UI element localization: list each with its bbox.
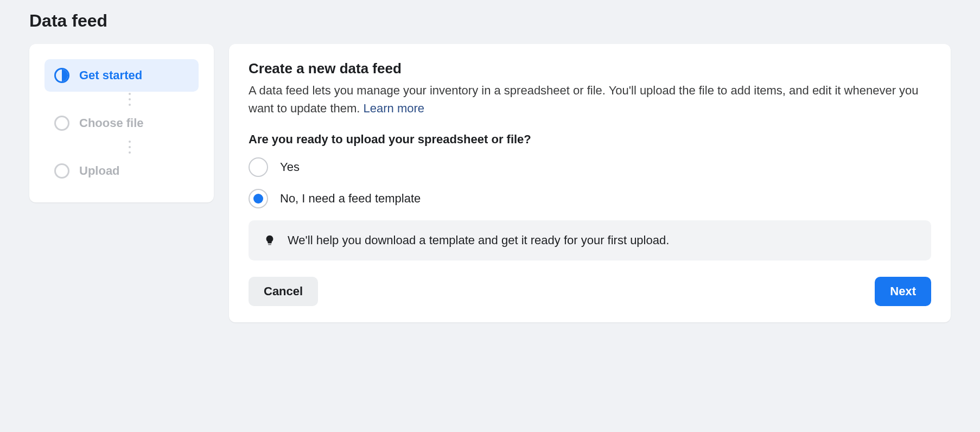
- step-label: Upload: [79, 164, 120, 178]
- circle-icon: [54, 163, 69, 179]
- sidebar: Get started Choose file Upload: [29, 44, 214, 202]
- learn-more-link[interactable]: Learn more: [364, 101, 425, 115]
- main-card: Create a new data feed A data feed lets …: [229, 44, 951, 322]
- layout: Get started Choose file Upload Create a …: [29, 44, 951, 322]
- cancel-button[interactable]: Cancel: [249, 277, 318, 306]
- info-text: We'll help you download a template and g…: [288, 233, 669, 247]
- next-button[interactable]: Next: [875, 277, 931, 306]
- half-circle-icon: [54, 68, 69, 83]
- step-get-started[interactable]: Get started: [44, 59, 199, 92]
- step-list: Get started Choose file Upload: [44, 59, 199, 187]
- step-connector: [61, 139, 199, 155]
- radio-label: No, I need a feed template: [280, 192, 421, 206]
- card-description: A data feed lets you manage your invento…: [249, 81, 931, 117]
- radio-icon: [249, 189, 268, 208]
- info-box: We'll help you download a template and g…: [249, 220, 931, 261]
- radio-option-yes[interactable]: Yes: [249, 157, 931, 177]
- circle-icon: [54, 116, 69, 131]
- step-upload[interactable]: Upload: [44, 155, 199, 187]
- lightbulb-icon: [264, 234, 276, 246]
- step-choose-file[interactable]: Choose file: [44, 107, 199, 139]
- radio-label: Yes: [280, 160, 300, 174]
- description-text: A data feed lets you manage your invento…: [249, 84, 919, 115]
- card-title: Create a new data feed: [249, 60, 931, 77]
- radio-option-no-template[interactable]: No, I need a feed template: [249, 189, 931, 208]
- action-bar: Cancel Next: [249, 277, 931, 306]
- step-label: Get started: [79, 68, 142, 82]
- page-title: Data feed: [29, 11, 951, 31]
- upload-question: Are you ready to upload your spreadsheet…: [249, 132, 931, 147]
- step-label: Choose file: [79, 116, 144, 130]
- radio-icon: [249, 157, 268, 177]
- step-connector: [61, 92, 199, 107]
